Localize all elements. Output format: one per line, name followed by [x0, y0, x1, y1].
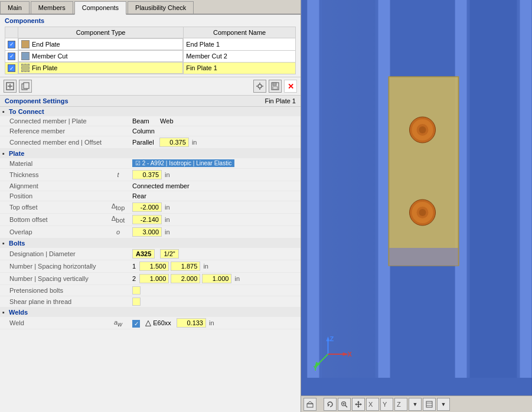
membercut-icon: [21, 52, 30, 60]
prop-row: Alignment Connected member: [0, 181, 301, 191]
group-toggle-welds: ▪: [2, 309, 5, 316]
comp-type-1: End Plate: [32, 41, 60, 48]
comp-name-1: End Plate 1: [184, 38, 296, 51]
components-section: Components Component Type Component Name…: [0, 15, 301, 77]
prop-row: Thickness t 0.375 in: [0, 169, 301, 181]
value-web: Web: [160, 117, 173, 125]
bolt-designation[interactable]: A325: [132, 249, 155, 259]
prop-symbol: [106, 260, 130, 273]
prop-label: Connected member | Plate: [0, 116, 106, 126]
bolt-spacing-v-unit: in: [234, 275, 240, 282]
view-x-button[interactable]: X: [366, 398, 379, 411]
prop-symbol: Δbot: [106, 214, 130, 226]
prop-label: Connected member end | Offset: [0, 136, 106, 149]
bolt-num-h: 1: [132, 263, 136, 270]
prop-value: ✓ △ E60xx 0.133 in: [130, 317, 301, 329]
prop-value: Connected member: [130, 181, 301, 191]
weld-checkbox[interactable]: ✓: [132, 320, 140, 328]
prop-label: Number | Spacing horizontally: [0, 260, 106, 273]
zoom-button[interactable]: [338, 398, 351, 411]
copy-component-button[interactable]: [19, 80, 32, 93]
display-options-button[interactable]: [423, 398, 436, 411]
svg-rect-19: [319, 0, 378, 378]
group-label-bolts: Bolts: [9, 240, 25, 247]
view-y-button[interactable]: Y: [380, 398, 393, 411]
prop-symbol: t: [106, 169, 130, 181]
tab-main[interactable]: Main: [0, 1, 30, 14]
group-welds[interactable]: ▪ Welds: [0, 308, 301, 318]
prop-row: Position Rear: [0, 191, 301, 201]
group-plate[interactable]: ▪ Plate: [0, 149, 301, 159]
viewport-3d[interactable]: Z Y X: [301, 0, 532, 412]
edit-settings-button[interactable]: [253, 80, 266, 93]
row-checkbox[interactable]: ✓: [8, 41, 15, 48]
table-row[interactable]: ✓ End Plate End Plate 1: [5, 38, 296, 51]
bolt-spacing-v3[interactable]: 1.000: [202, 274, 231, 283]
weld-size-value[interactable]: 0.133: [177, 318, 206, 328]
3d-scene: Z Y X: [301, 0, 532, 412]
bolt-diameter[interactable]: 1/2": [160, 249, 178, 259]
more-options-button[interactable]: ▼: [437, 398, 450, 411]
prop-row: Pretensioned bolts: [0, 285, 301, 296]
shear-plane-checkbox[interactable]: [132, 297, 141, 306]
svg-marker-48: [307, 401, 313, 404]
table-row[interactable]: ✓ Fin Plate Fin Plate 1: [5, 62, 296, 74]
viewport-home-button[interactable]: [303, 398, 316, 411]
bottom-offset-value[interactable]: -2.140: [132, 215, 162, 224]
view-options-button[interactable]: ▼: [409, 398, 422, 411]
bolt-spacing-h1[interactable]: 1.500: [139, 261, 169, 271]
tab-plausibility[interactable]: Plausibility Check: [128, 1, 194, 14]
prop-label: Overlap: [0, 226, 106, 238]
tab-components[interactable]: Components: [74, 1, 126, 15]
svg-text:X: X: [368, 401, 373, 408]
prop-row: Weld aw ✓ △ E60xx 0.133 in: [0, 317, 301, 329]
prop-value: Parallel 0.375 in: [130, 136, 301, 149]
prop-value: [130, 296, 301, 308]
comp-name-3: Fin Plate 1: [184, 62, 296, 74]
finplate-icon: [21, 64, 30, 72]
bolt-spacing-v1[interactable]: 1.000: [139, 274, 169, 283]
table-row[interactable]: ✓ Member Cut Member Cut 2: [5, 50, 296, 62]
bolt-spacing-h2[interactable]: 1.875: [171, 261, 200, 271]
pretensioned-checkbox[interactable]: [132, 286, 141, 295]
prop-symbol: [106, 248, 130, 260]
row-checkbox[interactable]: ✓: [8, 53, 15, 60]
prop-symbol: [106, 136, 130, 149]
svg-rect-23: [389, 77, 459, 266]
svg-text:Y: Y: [314, 365, 318, 372]
bolt-spacing-h-unit: in: [203, 263, 208, 270]
overlap-unit: in: [165, 228, 170, 236]
group-label-connect: To Connect: [9, 108, 44, 115]
svg-rect-4: [24, 83, 29, 89]
thickness-value[interactable]: 0.375: [132, 170, 162, 179]
group-bolts[interactable]: ▪ Bolts: [0, 238, 301, 248]
delete-button[interactable]: ✕: [284, 80, 297, 93]
prop-label: Position: [0, 191, 106, 201]
group-to-connect[interactable]: ▪ To Connect: [0, 107, 301, 116]
offset-value[interactable]: 0.375: [159, 138, 189, 147]
overlap-value[interactable]: 3.000: [132, 227, 162, 237]
material-badge[interactable]: ☑ 2 - A992 | Isotropic | Linear Elastic: [132, 159, 234, 167]
svg-point-32: [419, 209, 426, 216]
rotate-button[interactable]: [324, 398, 337, 411]
add-component-button[interactable]: [4, 80, 17, 93]
bolt-spacing-v2[interactable]: 2.000: [171, 274, 200, 283]
comp-name-2: Member Cut 2: [184, 50, 296, 62]
settings-header: Component Settings Fin Plate 1: [0, 96, 301, 107]
svg-line-51: [345, 405, 348, 407]
settings-title: Component Settings: [5, 97, 68, 104]
top-offset-value[interactable]: -2.000: [132, 202, 162, 212]
row-checkbox[interactable]: ✓: [8, 64, 15, 72]
alignment-value: Connected member: [132, 182, 190, 189]
prop-symbol: [106, 116, 130, 126]
save-button[interactable]: [269, 80, 282, 93]
pan-button[interactable]: [352, 398, 365, 411]
top-offset-unit: in: [165, 204, 170, 211]
group-label-plate: Plate: [9, 150, 24, 157]
tab-members[interactable]: Members: [31, 1, 73, 14]
properties-table: ▪ To Connect Connected member | Plate Be…: [0, 107, 301, 329]
view-z-button[interactable]: Z: [394, 398, 407, 411]
prop-symbol: [106, 158, 130, 169]
prop-value: ☑ 2 - A992 | Isotropic | Linear Elastic: [130, 158, 301, 169]
thickness-unit: in: [165, 171, 170, 178]
